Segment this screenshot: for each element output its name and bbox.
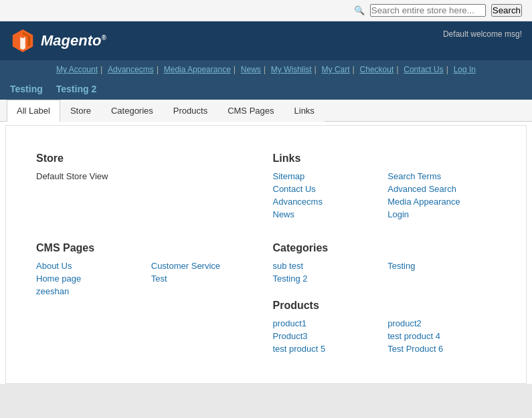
nav-checkout[interactable]: Checkout bbox=[360, 65, 394, 74]
cat-sub-test[interactable]: sub test bbox=[273, 261, 381, 271]
main-content-grid: Store Default Store View Links Sitemap C… bbox=[23, 139, 509, 370]
nav-my-wishlist[interactable]: My Wishlist bbox=[271, 65, 312, 74]
tabs-bar: All Label Store Categories Products CMS … bbox=[0, 100, 532, 122]
cms-pages-title: CMS Pages bbox=[36, 242, 260, 254]
top-nav-bar: Testing Testing 2 bbox=[0, 78, 532, 100]
store-default-view: Default Store View bbox=[36, 171, 260, 181]
nav-media-appearance[interactable]: Media Appearance bbox=[164, 65, 231, 74]
cat-testing-2[interactable]: Testing 2 bbox=[273, 274, 381, 284]
tab-links[interactable]: Links bbox=[284, 100, 325, 122]
cms-pages-section: CMS Pages About Us Home page zeeshan Cus… bbox=[36, 242, 260, 356]
categories-col2: Testing bbox=[387, 261, 496, 286]
link-sitemap[interactable]: Sitemap bbox=[273, 171, 381, 181]
logo-area: Magento® bbox=[10, 28, 106, 54]
categories-col1: sub test Testing 2 bbox=[273, 261, 381, 286]
link-contact-us[interactable]: Contact Us bbox=[273, 184, 381, 194]
nav-log-in[interactable]: Log In bbox=[454, 65, 476, 74]
link-login[interactable]: Login bbox=[387, 209, 496, 219]
product-1[interactable]: product1 bbox=[273, 318, 381, 328]
store-section-title: Store bbox=[36, 152, 260, 165]
tab-cms-pages[interactable]: CMS Pages bbox=[217, 100, 284, 122]
link-advancecms[interactable]: Advancecms bbox=[273, 197, 381, 207]
links-section: Links Sitemap Contact Us Advancecms News… bbox=[273, 152, 497, 222]
categories-grid: sub test Testing 2 Testing bbox=[273, 261, 497, 286]
nav-contact-us[interactable]: Contact Us bbox=[404, 65, 443, 74]
product-test-6[interactable]: Test Product 6 bbox=[387, 344, 496, 354]
links-section-title: Links bbox=[273, 152, 497, 165]
header-search-bar: 🔍 Search bbox=[0, 0, 532, 21]
cat-testing[interactable]: Testing bbox=[387, 261, 496, 271]
cms-home-page[interactable]: Home page bbox=[36, 274, 145, 284]
tab-categories[interactable]: Categories bbox=[101, 100, 163, 122]
nav-news[interactable]: News bbox=[241, 65, 261, 74]
nav-my-cart[interactable]: My Cart bbox=[322, 65, 350, 74]
cms-col1: About Us Home page zeeshan bbox=[36, 261, 145, 299]
products-grid: product1 Product3 test product 5 product… bbox=[273, 318, 497, 356]
links-grid: Sitemap Contact Us Advancecms News Searc… bbox=[273, 171, 497, 222]
store-section: Store Default Store View bbox=[36, 152, 260, 222]
tab-products[interactable]: Products bbox=[163, 100, 217, 122]
topnav-testing[interactable]: Testing bbox=[10, 84, 43, 94]
magento-logo bbox=[10, 28, 35, 54]
cms-customer-service[interactable]: Customer Service bbox=[151, 261, 260, 271]
product-test-5[interactable]: test product 5 bbox=[273, 344, 381, 354]
cms-pages-grid: About Us Home page zeeshan Customer Serv… bbox=[36, 261, 260, 299]
categories-title: Categories bbox=[273, 242, 497, 254]
product-2[interactable]: product2 bbox=[387, 318, 496, 328]
topnav-testing2[interactable]: Testing 2 bbox=[56, 84, 96, 94]
search-button[interactable]: Search bbox=[491, 4, 522, 17]
products-col1: product1 Product3 test product 5 bbox=[273, 318, 381, 356]
spacer bbox=[0, 387, 532, 414]
header-main: Magento® Default welcome msg! bbox=[0, 21, 532, 60]
products-section: Products product1 Product3 test product … bbox=[273, 300, 497, 356]
content-area: All Label Store Categories Products CMS … bbox=[0, 100, 532, 384]
categories-section: Categories sub test Testing 2 Testing Pr… bbox=[273, 242, 497, 356]
cms-test[interactable]: Test bbox=[151, 274, 260, 284]
products-title: Products bbox=[273, 300, 497, 312]
tab-all-label[interactable]: All Label bbox=[7, 100, 60, 122]
cms-zeeshan[interactable]: zeeshan bbox=[36, 286, 145, 296]
link-advanced-search[interactable]: Advanced Search bbox=[387, 184, 496, 194]
link-news[interactable]: News bbox=[273, 209, 381, 219]
nav-links: My Account| Advancecms| Media Appearance… bbox=[0, 60, 532, 78]
search-icon: 🔍 bbox=[354, 5, 365, 15]
nav-my-account[interactable]: My Account bbox=[56, 65, 98, 74]
tab-store[interactable]: Store bbox=[60, 100, 101, 122]
products-col2: product2 test product 4 Test Product 6 bbox=[387, 318, 496, 356]
logo-text: Magento® bbox=[41, 32, 106, 49]
links-col1: Sitemap Contact Us Advancecms News bbox=[273, 171, 381, 222]
link-search-terms[interactable]: Search Terms bbox=[387, 171, 496, 181]
cms-about-us[interactable]: About Us bbox=[36, 261, 145, 271]
nav-advancecms[interactable]: Advancecms bbox=[108, 65, 154, 74]
link-media-appearance[interactable]: Media Appearance bbox=[387, 197, 496, 207]
product-3[interactable]: Product3 bbox=[273, 331, 381, 341]
welcome-message: Default welcome msg! bbox=[443, 29, 522, 39]
cms-col2: Customer Service Test bbox=[151, 261, 260, 299]
links-col2: Search Terms Advanced Search Media Appea… bbox=[387, 171, 496, 222]
search-input[interactable] bbox=[370, 4, 486, 17]
product-test-4[interactable]: test product 4 bbox=[387, 331, 496, 341]
